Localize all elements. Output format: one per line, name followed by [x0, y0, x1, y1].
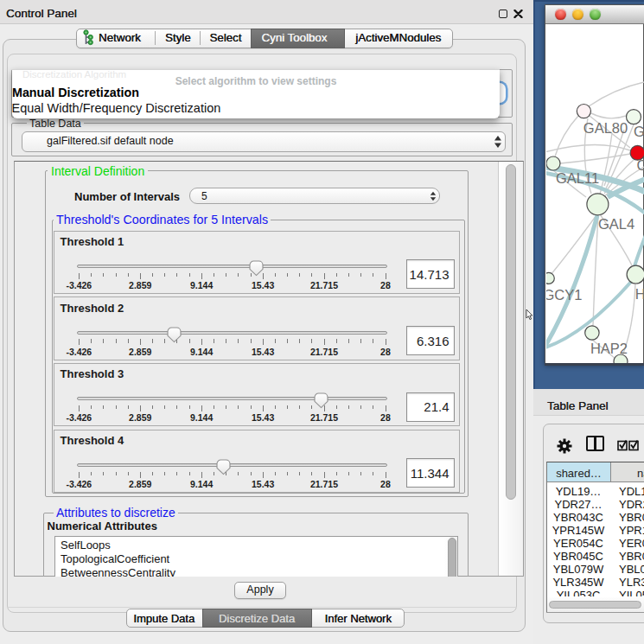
- svg-text:GAL4: GAL4: [598, 216, 634, 232]
- svg-text:GA: GA: [634, 124, 644, 139]
- svg-text:GAL80: GAL80: [583, 120, 628, 136]
- svg-text:H: H: [635, 286, 644, 302]
- svg-text:GAL11: GAL11: [556, 170, 599, 186]
- svg-text:C: C: [637, 157, 644, 173]
- svg-text:HAP2: HAP2: [590, 341, 628, 356]
- svg-text:GCY1: GCY1: [546, 287, 582, 303]
